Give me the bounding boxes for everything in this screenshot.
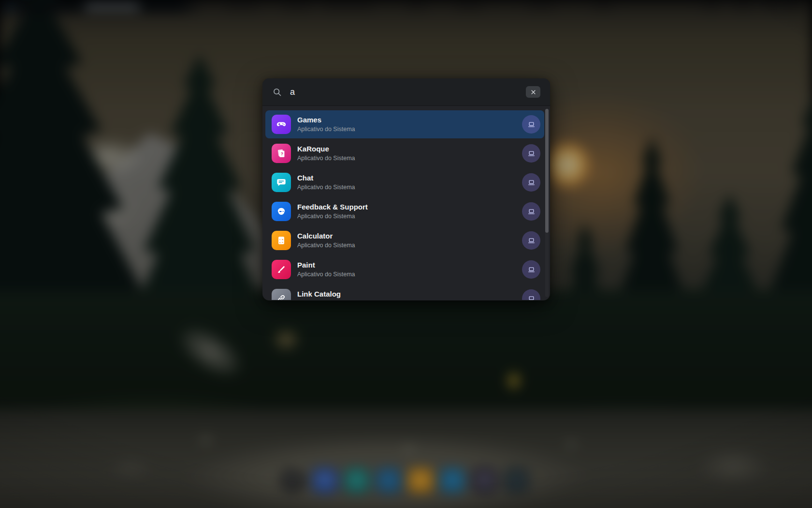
svg-text:=: = [282,241,284,244]
search-bar [262,78,550,106]
headset-icon [272,202,291,221]
app-subtitle: Aplicativo do Sistema [297,270,522,278]
close-icon [530,89,537,96]
pages-question-icon: ? [272,144,291,163]
app-subtitle: Aplicativo do Sistema [297,212,522,220]
app-result-row[interactable]: Paint Aplicativo do Sistema [265,255,544,284]
app-title: Paint [297,261,522,270]
svg-text:?: ? [281,151,283,156]
app-result-row[interactable]: Feedback & Support Aplicativo do Sistema [265,197,544,225]
laptop-icon [527,120,536,129]
search-input[interactable] [290,87,526,97]
app-title: Chat [297,174,522,183]
app-subtitle: Aplicativo do Sistema [297,241,522,249]
calculator-icon: −×+= [272,231,291,250]
search-results-list: Games Aplicativo do Sistema ? KaRoque Ap… [262,106,550,300]
app-title: Feedback & Support [297,203,522,212]
search-icon [272,87,282,97]
scrollbar[interactable] [545,109,549,297]
app-title: KaRoque [297,145,522,154]
laptop-icon [527,265,536,274]
app-result-row[interactable]: Chat Aplicativo do Sistema [265,168,544,196]
paintbrush-icon [272,260,291,279]
chat-bubble-icon [272,173,291,192]
open-on-desktop-badge[interactable] [522,144,540,163]
open-on-desktop-badge[interactable] [522,173,540,192]
laptop-icon [527,178,536,187]
close-button[interactable] [526,86,540,98]
app-title: Games [297,116,522,125]
app-subtitle: Aplicativo do Sistema [297,299,522,300]
laptop-icon [527,236,536,245]
app-subtitle: Aplicativo do Sistema [297,125,522,133]
app-title: Calculator [297,232,522,241]
open-on-desktop-badge[interactable] [522,260,540,279]
scrollbar-thumb[interactable] [545,109,549,233]
app-result-row[interactable]: −×+= Calculator Aplicativo do Sistema [265,226,544,254]
open-on-desktop-badge[interactable] [522,202,540,221]
open-on-desktop-badge[interactable] [522,231,540,250]
laptop-icon [527,149,536,158]
app-subtitle: Aplicativo do Sistema [297,183,522,191]
open-on-desktop-badge[interactable] [522,289,540,300]
app-subtitle: Aplicativo do Sistema [297,154,522,162]
link-icon [272,289,291,300]
laptop-icon [527,294,536,300]
svg-text:+: + [279,241,281,244]
app-result-row[interactable]: Games Aplicativo do Sistema [265,110,544,138]
app-launcher-dialog: Games Aplicativo do Sistema ? KaRoque Ap… [262,78,550,300]
app-title: Link Catalog [297,290,522,299]
open-on-desktop-badge[interactable] [522,115,540,134]
gamepad-icon [272,115,291,134]
laptop-icon [527,207,536,216]
app-result-row[interactable]: ? KaRoque Aplicativo do Sistema [265,139,544,167]
app-result-row[interactable]: Link Catalog Aplicativo do Sistema [265,284,544,300]
